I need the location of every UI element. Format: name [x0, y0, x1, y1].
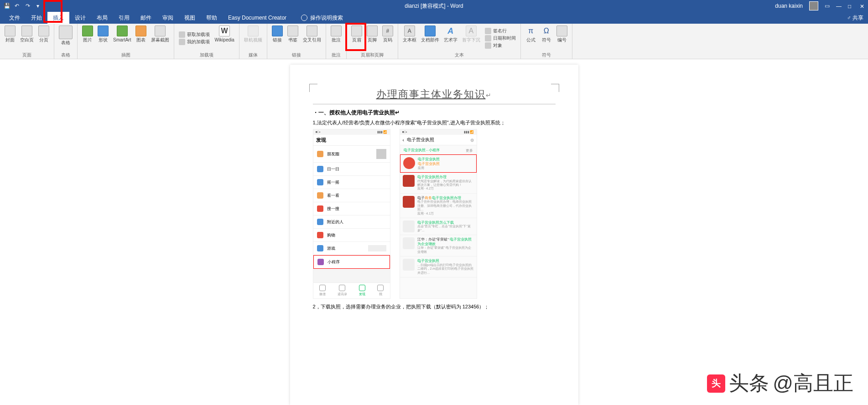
- minimize-icon[interactable]: —: [836, 3, 842, 9]
- emblem-icon: [403, 157, 415, 169]
- tell-me-search[interactable]: 操作说明搜索: [301, 14, 343, 22]
- miniprogram-item: 小程序: [313, 255, 390, 269]
- shapes-button[interactable]: 形状: [96, 25, 110, 51]
- doc-paragraph-1: 1,法定代表人/经营者/负责人在微信小程序搜索"电子营业执照",进入电子营业执照…: [313, 119, 556, 126]
- tab-references[interactable]: 引用: [113, 12, 135, 24]
- signature-line-button[interactable]: 签名行: [483, 27, 518, 35]
- toutiao-logo-icon: 头: [707, 374, 725, 393]
- store-icon: [179, 31, 185, 38]
- doc-paragraph-2: 2，下载执照，选择需要办理业务的企业，把执照下载（默认密码为 123456）；: [313, 303, 556, 310]
- nearby-icon: [317, 219, 323, 225]
- group-label-text: 文本: [455, 51, 464, 59]
- watermark: 头 头条 @高且正: [707, 370, 853, 397]
- comment-button[interactable]: 批注: [329, 25, 343, 51]
- doc-heading: 办理商事主体业务知识↵: [313, 87, 556, 101]
- save-icon[interactable]: 💾: [4, 3, 10, 9]
- crop-mark-tl: [309, 84, 317, 92]
- chart-button[interactable]: 图表: [134, 25, 148, 51]
- games-icon: [317, 245, 323, 251]
- contacts-tab-icon: [339, 285, 345, 291]
- group-label-pages: 页面: [22, 51, 31, 59]
- crop-mark-tr: [551, 84, 559, 92]
- wordart-button[interactable]: A艺术字: [442, 25, 459, 51]
- page-number-button[interactable]: #页码: [380, 25, 395, 51]
- group-label-tables: 表格: [61, 51, 70, 59]
- tab-edc[interactable]: Easy Document Creator: [223, 12, 292, 24]
- my-addins-button[interactable]: 我的加载项: [177, 38, 212, 46]
- tab-layout[interactable]: 布局: [91, 12, 113, 24]
- date-time-button[interactable]: 日期和时间: [483, 35, 518, 42]
- page-break-button[interactable]: 分页: [36, 25, 51, 51]
- look-icon: [317, 192, 323, 199]
- blank-page-button[interactable]: 空白页: [18, 25, 36, 51]
- drop-cap-button: A首字下沉: [460, 25, 482, 51]
- tab-review[interactable]: 审阅: [157, 12, 179, 24]
- search-icon: [317, 205, 323, 212]
- tab-file[interactable]: 文件: [4, 12, 26, 24]
- table-button[interactable]: 表格: [57, 25, 74, 51]
- shake-icon: [317, 179, 323, 185]
- footer-button[interactable]: 页脚: [365, 25, 379, 51]
- page: 办理商事主体业务知识↵ ・一、授权他人使用电子营业执照↵ 1,法定代表人/经营者…: [290, 65, 578, 405]
- ribbon-insert: 封面 空白页 分页 页面 表格 表格 图片 形状 SmartArt 图表 屏幕截…: [0, 24, 868, 59]
- qat-customize-icon[interactable]: ▾: [36, 3, 43, 9]
- group-text: A文本框 文档部件 A艺术字 A首字下沉 签名行 日期和时间 对象 文本: [398, 24, 521, 59]
- equation-button[interactable]: π公式: [524, 25, 538, 51]
- hyperlink-button[interactable]: 链接: [270, 25, 285, 51]
- pictures-button[interactable]: 图片: [80, 25, 95, 51]
- wechat-discover-title: 发现: [313, 135, 390, 146]
- close-icon[interactable]: ✕: [860, 3, 865, 9]
- tab-help[interactable]: 帮助: [201, 12, 223, 24]
- shopping-icon: [317, 232, 323, 238]
- smartart-button[interactable]: SmartArt: [111, 25, 133, 51]
- group-label-illustrations: 插图: [121, 51, 130, 59]
- group-label-header-footer: 页眉和页脚: [361, 51, 384, 59]
- group-tables: 表格 表格: [54, 24, 78, 59]
- cover-page-button[interactable]: 封面: [3, 25, 17, 51]
- tab-design[interactable]: 设计: [69, 12, 91, 24]
- user-avatar[interactable]: [809, 1, 818, 10]
- group-label-addins: 加载项: [200, 51, 213, 59]
- phone-screenshot-1: ■□▪▮▮▮ 📶 发现 朋友圈 日一日 摇一摇 看一看 搜一搜 附近的人 购物 …: [313, 129, 390, 299]
- menu-bar: 文件 开始 插入 设计 布局 引用 邮件 审阅 视图 帮助 Easy Docum…: [0, 12, 868, 24]
- number-button[interactable]: 编号: [555, 25, 569, 51]
- group-media: 联机视频 媒体: [239, 24, 267, 59]
- screenshot-button[interactable]: 屏幕截图: [149, 25, 171, 51]
- wikipedia-button[interactable]: WWikipedia: [213, 25, 236, 51]
- addins-icon: [179, 39, 185, 45]
- cross-reference-button[interactable]: 交叉引用: [301, 25, 323, 51]
- undo-icon[interactable]: ↶: [15, 3, 21, 9]
- quick-parts-button[interactable]: 文档部件: [419, 25, 441, 51]
- moments-icon: [317, 151, 323, 157]
- scan-icon: [317, 166, 323, 172]
- symbol-button[interactable]: Ω符号: [539, 25, 554, 51]
- get-addins-button[interactable]: 获取加载项: [177, 31, 212, 38]
- redo-icon[interactable]: ↷: [26, 3, 32, 9]
- tab-view[interactable]: 视图: [179, 12, 201, 24]
- back-icon: ‹: [403, 138, 404, 143]
- object-button[interactable]: 对象: [483, 42, 518, 49]
- group-symbols: π公式 Ω符号 编号 符号: [521, 24, 572, 59]
- bookmark-button[interactable]: 书签: [286, 25, 300, 51]
- restore-icon[interactable]: □: [848, 3, 853, 9]
- group-illustrations: 图片 形状 SmartArt 图表 屏幕截图 插图: [78, 24, 174, 59]
- textbox-button[interactable]: A文本框: [401, 25, 418, 51]
- bulb-icon: [301, 15, 307, 21]
- doc-section-1: ・一、授权他人使用电子营业执照↵: [313, 109, 556, 117]
- tab-insert[interactable]: 插入: [47, 12, 69, 24]
- tab-mailings[interactable]: 邮件: [135, 12, 157, 24]
- group-addins: 获取加载项 我的加载项 WWikipedia 加载项: [174, 24, 239, 59]
- header-button[interactable]: 页眉: [349, 25, 364, 51]
- user-name[interactable]: duan kaixin: [775, 3, 803, 9]
- title-bar: 💾 ↶ ↷ ▾ dianzi [兼容模式] - Word duan kaixin…: [0, 0, 868, 12]
- screenshots-row: ■□▪▮▮▮ 📶 发现 朋友圈 日一日 摇一摇 看一看 搜一搜 附近的人 购物 …: [313, 129, 556, 299]
- me-tab-icon: [377, 285, 384, 291]
- quick-access-toolbar: 💾 ↶ ↷ ▾: [0, 3, 43, 9]
- search-result-boxed: 电子营业执照电子营业执照应用: [400, 154, 477, 173]
- group-comments: 批注 批注: [326, 24, 347, 59]
- document-area[interactable]: 办理商事主体业务知识↵ ・一、授权他人使用电子营业执照↵ 1,法定代表人/经营者…: [0, 59, 868, 405]
- tab-home[interactable]: 开始: [26, 12, 47, 24]
- share-button[interactable]: ♂ 共享: [847, 14, 863, 22]
- ribbon-display-icon[interactable]: ▭: [825, 3, 830, 9]
- group-label-symbols: 符号: [542, 51, 551, 59]
